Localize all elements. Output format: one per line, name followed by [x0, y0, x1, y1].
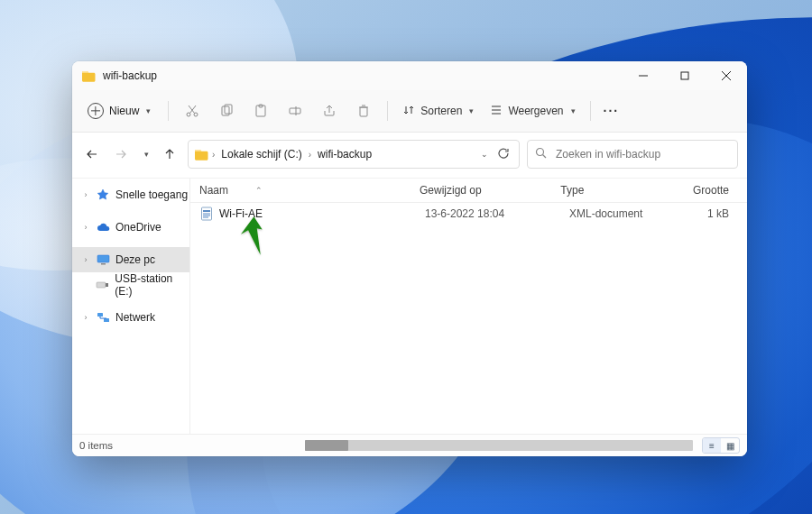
- rename-button[interactable]: [279, 96, 311, 126]
- delete-button[interactable]: [347, 96, 380, 126]
- chevron-right-icon: ›: [81, 313, 90, 322]
- titlebar[interactable]: wifi-backup: [72, 61, 747, 90]
- svg-point-20: [537, 149, 544, 156]
- chevron-right-icon: ›: [309, 150, 311, 160]
- sidebar-item-label: Snelle toegang: [115, 188, 188, 201]
- sidebar-item-onedrive[interactable]: › OneDrive: [72, 215, 189, 240]
- svg-rect-25: [106, 283, 108, 287]
- pc-icon: [96, 252, 110, 267]
- address-bar-row: ▾ › Lokale schijf (C:) › wifi-backup ⌄: [72, 133, 747, 179]
- maximize-button[interactable]: [664, 61, 706, 90]
- breadcrumb-segment[interactable]: Lokale schijf (C:): [218, 146, 304, 162]
- file-size: 1 kB: [696, 207, 747, 220]
- refresh-button[interactable]: [497, 147, 510, 162]
- view-label: Weergeven: [508, 105, 563, 117]
- svg-line-7: [189, 106, 195, 114]
- svg-point-5: [194, 113, 198, 116]
- plus-circle-icon: [88, 103, 104, 119]
- sidebar-item-label: OneDrive: [115, 221, 161, 234]
- sidebar-item-network[interactable]: › Netwerk: [72, 305, 189, 330]
- folder-icon: [81, 70, 96, 82]
- star-icon: [96, 188, 110, 202]
- svg-rect-29: [203, 210, 210, 212]
- svg-line-6: [190, 106, 197, 114]
- file-type: XML-document: [560, 207, 696, 220]
- new-button-label: Nieuw: [109, 105, 139, 117]
- svg-rect-27: [104, 318, 109, 322]
- column-size[interactable]: Grootte: [684, 184, 747, 197]
- svg-rect-22: [97, 255, 109, 262]
- chevron-down-icon: ▾: [146, 106, 151, 115]
- new-button[interactable]: Nieuw ▾: [78, 96, 161, 125]
- chevron-down-icon: ▾: [571, 106, 576, 115]
- view-icon: [490, 104, 503, 119]
- svg-rect-23: [101, 263, 106, 265]
- file-modified: 13-6-2022 18:04: [416, 207, 560, 220]
- chevron-right-icon: ›: [81, 255, 90, 264]
- close-button[interactable]: [706, 61, 747, 90]
- back-button[interactable]: [81, 143, 103, 165]
- svg-rect-1: [681, 72, 688, 79]
- desktop-wallpaper: wifi-backup Nieuw ▾ Sorteren ▾: [0, 0, 812, 514]
- column-name[interactable]: Naam⌃: [190, 184, 411, 197]
- view-layout-toggle[interactable]: ≡ ▦: [702, 437, 740, 454]
- search-input[interactable]: [554, 147, 730, 161]
- xml-file-icon: [199, 207, 214, 221]
- more-button[interactable]: ···: [598, 104, 625, 118]
- network-icon: [96, 310, 110, 325]
- chevron-right-icon: ›: [212, 150, 215, 160]
- svg-rect-12: [290, 108, 300, 114]
- status-item-count: 0 items: [79, 440, 113, 451]
- sort-indicator-icon: ⌃: [255, 186, 263, 195]
- chevron-down-icon[interactable]: ⌄: [481, 150, 488, 159]
- copy-button[interactable]: [210, 96, 243, 126]
- chevron-right-icon: ›: [81, 223, 90, 232]
- address-bar[interactable]: › Lokale schijf (C:) › wifi-backup ⌄: [188, 140, 520, 169]
- usb-drive-icon: [96, 278, 109, 292]
- file-explorer-window: wifi-backup Nieuw ▾ Sorteren ▾: [72, 61, 747, 456]
- sort-button[interactable]: Sorteren ▾: [395, 98, 481, 124]
- sort-icon: [402, 104, 415, 119]
- file-row[interactable]: Wi-Fi-AE 13-6-2022 18:04 XML-document 1 …: [190, 203, 747, 225]
- chevron-right-icon: ›: [81, 190, 90, 199]
- svg-rect-26: [97, 313, 103, 317]
- up-button[interactable]: [159, 143, 180, 165]
- forward-button[interactable]: [110, 143, 132, 165]
- column-modified[interactable]: Gewijzigd op: [411, 184, 551, 197]
- folder-icon: [194, 149, 208, 161]
- svg-line-21: [543, 155, 547, 159]
- recent-dropdown[interactable]: ▾: [139, 143, 152, 165]
- horizontal-scrollbar[interactable]: [305, 440, 693, 451]
- file-name: Wi-Fi-AE: [219, 207, 263, 220]
- column-headers: Naam⌃ Gewijzigd op Type Grootte: [190, 179, 747, 203]
- cut-button[interactable]: [176, 96, 208, 126]
- file-list-pane: Naam⌃ Gewijzigd op Type Grootte Wi-Fi-AE…: [190, 179, 747, 434]
- share-button[interactable]: [313, 96, 346, 126]
- tiles-view-icon[interactable]: ▦: [721, 438, 739, 453]
- sort-label: Sorteren: [420, 105, 462, 117]
- search-icon: [535, 147, 547, 161]
- sidebar-item-quick-access[interactable]: › Snelle toegang: [72, 182, 189, 207]
- svg-rect-14: [360, 107, 367, 116]
- svg-rect-24: [97, 282, 106, 288]
- window-title: wifi-backup: [103, 69, 623, 82]
- column-type[interactable]: Type: [551, 184, 684, 197]
- paste-button[interactable]: [245, 96, 277, 126]
- details-view-icon[interactable]: ≡: [703, 438, 721, 453]
- svg-point-4: [187, 113, 190, 116]
- breadcrumb-segment[interactable]: wifi-backup: [315, 146, 374, 162]
- command-bar: Nieuw ▾ Sorteren ▾ Weergeven ▾ ···: [72, 90, 747, 133]
- sidebar-item-usb[interactable]: USB-station (E:): [72, 272, 189, 298]
- navigation-pane: › Snelle toegang › OneDrive › Deze pc: [72, 179, 190, 434]
- sidebar-item-label: Netwerk: [115, 311, 155, 324]
- sidebar-item-label: Deze pc: [115, 253, 155, 266]
- cloud-icon: [96, 220, 110, 234]
- search-box[interactable]: [527, 140, 738, 169]
- chevron-down-icon: ▾: [469, 106, 474, 115]
- view-button[interactable]: Weergeven ▾: [483, 98, 582, 124]
- minimize-button[interactable]: [623, 61, 664, 90]
- sidebar-item-label: USB-station (E:): [115, 272, 189, 298]
- sidebar-item-this-pc[interactable]: › Deze pc: [72, 247, 189, 272]
- status-bar: 0 items ≡ ▦: [72, 434, 747, 456]
